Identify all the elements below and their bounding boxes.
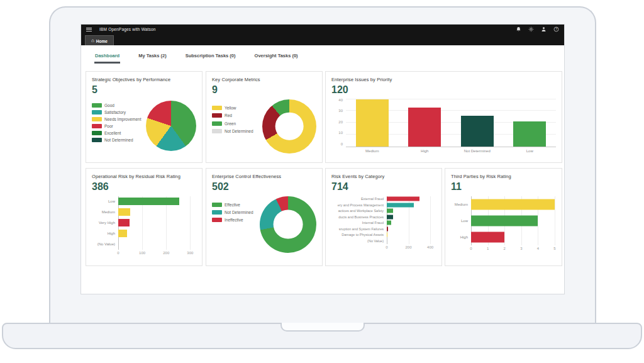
x-axis-labels: 0100200300 [118, 251, 195, 257]
svg-text:?: ? [555, 28, 557, 31]
card-operational-risk: Operational Risk by Residual Risk Rating… [86, 168, 203, 266]
legend-item[interactable]: Ineffective [212, 218, 253, 222]
legend-label: Excellent [104, 131, 121, 135]
legend-swatch [212, 210, 222, 215]
chart-legend: EffectiveNot DeterminedIneffective [212, 203, 253, 222]
legend-item[interactable]: Yellow [212, 106, 253, 110]
legend-label: Green [225, 121, 236, 126]
card-total: 5 [92, 84, 196, 96]
bar[interactable] [387, 197, 419, 201]
bar[interactable] [471, 199, 555, 209]
plot-area [346, 99, 556, 147]
bar-track [118, 207, 195, 218]
donut-chart[interactable] [262, 99, 316, 154]
bar-track [387, 238, 435, 244]
legend-swatch [212, 129, 222, 133]
legend-item[interactable]: Green [212, 121, 253, 126]
menu-icon[interactable] [86, 28, 92, 31]
x-tick-label: 400 [427, 245, 433, 249]
legend-item[interactable]: Red [212, 113, 253, 118]
legend-item[interactable]: Needs Improvement [92, 117, 142, 121]
bar[interactable] [471, 215, 538, 226]
legend-item[interactable]: Excellent [92, 131, 142, 135]
donut-chart[interactable] [260, 196, 316, 253]
pie-chart[interactable] [146, 101, 196, 151]
bar[interactable] [118, 208, 130, 216]
card-title: Third Parties by Risk Rating [451, 174, 556, 179]
category-label: actices and Workplace Safety [331, 209, 387, 213]
user-icon[interactable] [541, 26, 547, 32]
bar[interactable] [118, 198, 179, 205]
bar-track [387, 232, 435, 238]
bar-row: ducts and Business Practices [387, 214, 436, 220]
bar-track [118, 239, 195, 250]
bar[interactable] [387, 209, 393, 213]
bar[interactable] [387, 221, 391, 225]
legend-swatch [92, 110, 102, 114]
card-total: 120 [331, 84, 556, 96]
card-total: 502 [212, 181, 316, 193]
help-icon[interactable]: ? [553, 26, 559, 32]
bar[interactable] [471, 232, 504, 242]
card-total: 11 [451, 181, 556, 193]
bar[interactable] [513, 121, 546, 146]
category-label: Internal Fraud [331, 221, 387, 225]
category-label: Very High [92, 221, 118, 225]
legend-item[interactable]: Effective [212, 203, 253, 207]
y-tick-label: 30 [338, 109, 343, 113]
legend-label: Poor [104, 124, 113, 128]
bar[interactable] [387, 215, 393, 219]
donut-hole [274, 209, 303, 239]
bar[interactable] [356, 99, 389, 147]
legend-item[interactable]: Poor [92, 124, 142, 128]
bar-chart: MediumLowHigh012345 [451, 196, 556, 253]
x-tick-label: Medium [346, 149, 399, 156]
category-label: Damage to Physical Assets [331, 233, 387, 237]
y-tick-label: 0 [341, 142, 343, 146]
category-label: External Fraud [331, 197, 387, 201]
legend-item[interactable]: Not Determined [92, 138, 142, 142]
card-title: Key Corporate Metrics [212, 77, 316, 82]
risk-events-bar-chart: External Fraudery and Process Management… [331, 196, 436, 252]
bar[interactable] [118, 219, 130, 226]
bar[interactable] [387, 233, 387, 237]
settings-icon[interactable] [528, 26, 534, 32]
x-tick-label: 5 [553, 247, 555, 250]
bar[interactable] [408, 108, 441, 147]
bar-row: Medium [118, 207, 196, 218]
x-tick-label: 100 [139, 251, 145, 255]
bar[interactable] [387, 226, 388, 231]
donut-hole [275, 112, 304, 140]
card-third-parties: Third Parties by Risk Rating 11 MediumLo… [445, 168, 562, 266]
tab-my-tasks[interactable]: My Tasks (2) [131, 47, 174, 64]
tab-dashboard[interactable]: Dashboard [87, 47, 127, 64]
legend-item[interactable]: Not Determined [212, 129, 253, 133]
bar[interactable] [461, 116, 494, 147]
x-tick-label: 3 [520, 247, 522, 250]
x-tick-label: Not Determined [451, 149, 504, 156]
notifications-icon[interactable] [516, 26, 521, 32]
card-total: 386 [92, 181, 196, 193]
bar-row: (No Value) [118, 239, 196, 250]
bar[interactable] [118, 230, 127, 237]
bar-column [451, 99, 504, 147]
header-icons: ? [516, 26, 559, 32]
bar-track [118, 218, 195, 228]
bar-row: External Fraud [387, 196, 436, 203]
bars [346, 99, 556, 147]
legend-item[interactable]: Not Determined [212, 210, 253, 215]
x-axis-labels: MediumHighNot DeterminedLow [346, 147, 556, 156]
bar[interactable] [387, 203, 414, 207]
legend-swatch [212, 121, 222, 126]
tab-oversight-tasks[interactable]: Oversight Tasks (0) [247, 47, 306, 64]
home-tab[interactable]: ⌂ Home [85, 35, 114, 46]
legend-item[interactable]: Good [92, 103, 142, 108]
legend-item[interactable]: Satisfactory [92, 110, 142, 114]
operational-risk-bar-chart: LowMediumVery HighHigh(No Value)01002003… [92, 196, 196, 257]
category-label: High [451, 235, 471, 239]
category-label: Low [451, 219, 471, 223]
legend-swatch [92, 117, 102, 121]
bar-row: ery and Process Management [387, 202, 436, 208]
bar-row: High [118, 228, 196, 239]
tab-subscription-tasks[interactable]: Subscription Tasks (0) [178, 47, 243, 64]
